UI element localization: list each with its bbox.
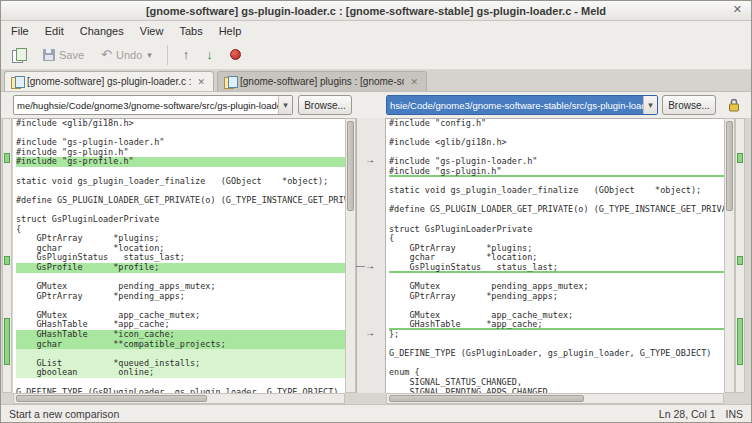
code-line: G_DEFINE_TYPE (GsPluginLoader, gs_plugin… — [389, 349, 724, 359]
menu-tabs[interactable]: Tabs — [171, 23, 210, 39]
statusbar: Start a new comparison Ln 28, Col 1 INS — [1, 404, 751, 422]
next-change-button[interactable]: ↓ — [199, 43, 220, 67]
code-line: GPtrArray *pending_apps; — [389, 292, 724, 302]
code-line: GHashTable *app_cache; — [389, 320, 724, 330]
code-line: #define GS_PLUGIN_LOADER_GET_PRIVATE(o) … — [389, 205, 724, 215]
code-line: struct GsPluginLoaderPrivate — [389, 225, 724, 235]
code-line: #define GS_PLUGIN_LOADER_GET_PRIVATE(o) … — [16, 196, 345, 206]
save-icon — [43, 49, 55, 61]
right-pane-scrollbar[interactable] — [724, 118, 735, 393]
right-browse-button[interactable]: Browse... — [662, 95, 716, 115]
next-change-icon: ↓ — [206, 48, 213, 61]
tab-close-icon[interactable]: ✕ — [408, 77, 420, 87]
toolbar-separator — [167, 45, 168, 65]
code-line: GsPluginStatus status_last; — [389, 263, 724, 273]
tab-label: [gnome-software] plugins : [gnome-soft — [240, 76, 404, 87]
menu-help[interactable]: Help — [211, 23, 250, 39]
lock-icon[interactable] — [725, 96, 743, 114]
code-line: #include "gs-plugin.h" — [389, 167, 724, 177]
previous-change-icon: ↑ — [183, 48, 190, 61]
menu-file[interactable]: File — [3, 23, 37, 39]
left-pane-scrollbar[interactable] — [345, 118, 356, 393]
right-file-path: hsie/Code/gnome3/gnome-software-stable/s… — [387, 96, 643, 114]
push-change-right-arrow[interactable]: → — [365, 155, 375, 165]
combo-dropdown-icon[interactable]: ▾ — [643, 96, 657, 114]
right-file-combo[interactable]: hsie/Code/gnome3/gnome-software-stable/s… — [386, 95, 658, 115]
menu-changes[interactable]: Changes — [72, 23, 132, 39]
diff-map-mark — [4, 256, 10, 266]
new-comparison-button[interactable] — [5, 43, 33, 67]
diff-map-mark — [737, 256, 743, 266]
save-button[interactable]: Save — [36, 43, 91, 67]
scrollbar-thumb[interactable] — [16, 395, 207, 402]
tab-close-icon[interactable]: ✕ — [195, 77, 207, 87]
code-line: #include <glib/gi18n.h> — [389, 138, 724, 148]
left-pane[interactable]: #include <glib/gi18n.h> #include "gs-plu… — [13, 118, 345, 393]
menubar: File Edit Changes View Tabs Help — [1, 21, 751, 40]
menu-edit[interactable]: Edit — [37, 23, 72, 39]
code-line: GsProfile *profile; — [16, 263, 345, 273]
stop-icon — [230, 49, 241, 60]
map-left[interactable] — [2, 118, 12, 393]
code-line: static void gs_plugin_loader_finalize (G… — [16, 177, 345, 187]
left-hscrollbar[interactable] — [13, 393, 345, 404]
window-close-icon[interactable]: ✕ — [730, 3, 745, 16]
left-file-combo[interactable]: me/hughsie/Code/gnome3/gnome-software/sr… — [13, 95, 293, 115]
file-selector-row: me/hughsie/Code/gnome3/gnome-software/sr… — [1, 92, 751, 118]
left-browse-button[interactable]: Browse... — [298, 95, 352, 115]
undo-label: Undo — [116, 49, 142, 61]
stop-button[interactable] — [223, 43, 248, 67]
tab-comparison-1[interactable]: [gnome-software] gs-plugin-loader.c : [g… — [4, 71, 214, 91]
new-comparison-icon — [12, 48, 26, 61]
code-line: #include <glib/gi18n.h> — [16, 119, 345, 129]
meld-window: [gnome-software] gs-plugin-loader.c : [g… — [0, 0, 752, 423]
left-file-path: me/hughsie/Code/gnome3/gnome-software/sr… — [14, 100, 278, 111]
diff-map-mark — [4, 153, 10, 163]
tab-bar: [gnome-software] gs-plugin-loader.c : [g… — [1, 70, 751, 92]
undo-dropdown-caret-icon[interactable]: ▾ — [147, 50, 152, 60]
previous-change-button[interactable]: ↑ — [176, 43, 197, 67]
status-message: Start a new comparison — [9, 408, 119, 420]
menu-view[interactable]: View — [132, 23, 172, 39]
code-line: GPtrArray *pending_apps; — [16, 292, 345, 302]
code-line: #include "config.h" — [389, 119, 724, 129]
code-line: struct GsPluginLoaderPrivate — [16, 215, 345, 225]
right-pane[interactable]: #include "config.h" #include <glib/gi18n… — [386, 118, 724, 393]
diff-area: #include <glib/gi18n.h> #include "gs-plu… — [1, 118, 751, 404]
push-change-right-arrow[interactable]: → — [365, 261, 375, 271]
left-code: #include <glib/gi18n.h> #include "gs-plu… — [13, 119, 345, 393]
insert-mode-indicator: INS — [725, 408, 743, 420]
diff-map-mark — [737, 153, 743, 163]
lock-glyph — [728, 98, 740, 112]
tab-label: [gnome-software] gs-plugin-loader.c : [g — [27, 76, 191, 87]
diff-file-icon — [11, 76, 23, 88]
diff-map-mark — [737, 318, 743, 364]
code-line: static void gs_plugin_loader_finalize (G… — [389, 186, 724, 196]
undo-button[interactable]: ↶ Undo ▾ — [94, 43, 159, 67]
map-right[interactable] — [735, 118, 745, 393]
diff-folder-icon — [224, 76, 236, 88]
merge-gutter: →→→— — [356, 118, 386, 393]
right-code: #include "config.h" #include <glib/gi18n… — [386, 119, 724, 393]
push-change-right-arrow[interactable]: → — [365, 328, 375, 338]
scrollbar-thumb[interactable] — [347, 121, 354, 211]
cursor-position: Ln 28, Col 1 — [659, 408, 716, 420]
combo-dropdown-icon[interactable]: ▾ — [278, 96, 292, 114]
change-dash-marker[interactable]: — — [356, 262, 365, 270]
toolbar: Save ↶ Undo ▾ ↑ ↓ — [1, 40, 751, 70]
scrollbar-thumb[interactable] — [389, 395, 584, 402]
undo-icon: ↶ — [101, 49, 112, 61]
code-line: gchar **compatible_projects; — [16, 340, 345, 350]
diff-map-mark — [4, 318, 10, 364]
code-line: gboolean online; — [16, 368, 345, 378]
titlebar[interactable]: [gnome-software] gs-plugin-loader.c : [g… — [1, 1, 751, 21]
save-label: Save — [59, 49, 84, 61]
tab-comparison-2[interactable]: [gnome-software] plugins : [gnome-soft ✕ — [217, 71, 427, 91]
code-line: }; — [389, 330, 724, 340]
scrollbar-thumb[interactable] — [726, 121, 733, 211]
code-line: #include "gs-profile.h" — [16, 157, 345, 167]
right-hscrollbar[interactable] — [386, 393, 724, 404]
window-title: [gnome-software] gs-plugin-loader.c : [g… — [146, 5, 606, 17]
code-line — [389, 359, 724, 369]
